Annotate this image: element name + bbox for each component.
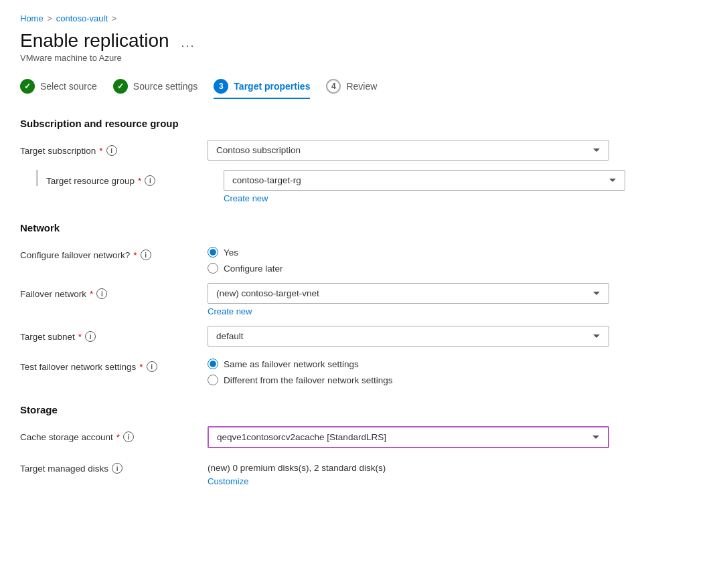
step-icon-review: 4 bbox=[326, 79, 341, 94]
configure-failover-radio-group: Yes Configure later bbox=[208, 244, 609, 274]
cache-storage-row: Cache storage account * i qeqve1contosor… bbox=[20, 426, 701, 448]
target-managed-disks-control: (new) 0 premium disks(s), 2 standard dis… bbox=[208, 458, 609, 486]
cache-storage-info-icon[interactable]: i bbox=[123, 431, 134, 442]
tab-label-target-properties: Target properties bbox=[234, 81, 310, 92]
tab-source-settings[interactable]: ✓ Source settings bbox=[113, 79, 198, 99]
network-section: Network Configure failover network? * i … bbox=[20, 222, 701, 385]
target-subnet-dropdown[interactable]: default bbox=[208, 326, 609, 347]
test-failover-control: Same as failover network settings Differ… bbox=[208, 356, 609, 385]
target-subscription-label: Target subscription * i bbox=[20, 140, 208, 156]
radio-configure-later-input[interactable] bbox=[208, 263, 218, 274]
wizard-tabs: ✓ Select source ✓ Source settings 3 Targ… bbox=[20, 79, 701, 99]
failover-network-control: (new) contoso-target-vnet Create new bbox=[208, 283, 609, 316]
failover-network-dropdown[interactable]: (new) contoso-target-vnet bbox=[208, 283, 609, 304]
required-star-2: * bbox=[138, 176, 141, 186]
subscription-section-title: Subscription and resource group bbox=[20, 118, 701, 129]
page-title: Enable replication bbox=[20, 30, 169, 52]
storage-section: Storage Cache storage account * i qeqve1… bbox=[20, 404, 701, 486]
target-managed-disks-value: (new) 0 premium disks(s), 2 standard dis… bbox=[208, 458, 609, 475]
test-failover-info-icon[interactable]: i bbox=[147, 361, 157, 372]
subscription-section: Subscription and resource group Target s… bbox=[20, 118, 701, 203]
required-star-6: * bbox=[139, 362, 143, 372]
target-resource-group-row: Target resource group * i contoso-target… bbox=[20, 170, 701, 203]
step-icon-target-properties: 3 bbox=[214, 79, 228, 94]
test-failover-label: Test failover network settings * i bbox=[20, 356, 208, 372]
target-subscription-row: Target subscription * i Contoso subscrip… bbox=[20, 140, 701, 161]
tab-review[interactable]: 4 Review bbox=[326, 79, 377, 99]
tab-label-select-source: Select source bbox=[40, 81, 97, 92]
target-subscription-control: Contoso subscription bbox=[208, 140, 609, 161]
target-resource-group-label: Target resource group * i bbox=[36, 170, 224, 186]
required-star-4: * bbox=[90, 289, 93, 299]
radio-configure-later-label: Configure later bbox=[224, 264, 283, 274]
configure-failover-network-label: Configure failover network? * i bbox=[20, 244, 208, 260]
radio-different-from-failover[interactable]: Different from the failover network sett… bbox=[208, 375, 609, 385]
create-failover-network-link[interactable]: Create new bbox=[208, 306, 252, 316]
radio-configure-later[interactable]: Configure later bbox=[208, 263, 609, 274]
target-subnet-info-icon[interactable]: i bbox=[85, 331, 96, 342]
target-resource-group-info-icon[interactable]: i bbox=[145, 175, 155, 186]
radio-same-as-failover[interactable]: Same as failover network settings bbox=[208, 359, 609, 369]
target-subnet-control: default bbox=[208, 326, 609, 347]
target-resource-group-dropdown[interactable]: contoso-target-rg bbox=[224, 170, 625, 191]
configure-failover-info-icon[interactable]: i bbox=[141, 250, 151, 260]
configure-failover-network-row: Configure failover network? * i Yes Conf… bbox=[20, 244, 701, 274]
page-subtitle: VMware machine to Azure bbox=[20, 53, 701, 63]
test-failover-radio-group: Same as failover network settings Differ… bbox=[208, 356, 609, 385]
cache-storage-control: qeqve1contosorcv2acache [StandardLRS] bbox=[208, 426, 609, 448]
target-subnet-label: Target subnet * i bbox=[20, 326, 208, 342]
tab-label-review: Review bbox=[346, 81, 377, 92]
target-subscription-info-icon[interactable]: i bbox=[106, 145, 117, 156]
target-managed-disks-row: Target managed disks i (new) 0 premium d… bbox=[20, 458, 701, 486]
target-managed-disks-info-icon[interactable]: i bbox=[112, 463, 123, 474]
required-star-7: * bbox=[116, 432, 120, 442]
radio-different-from-failover-input[interactable] bbox=[208, 375, 218, 385]
required-star-5: * bbox=[78, 332, 82, 342]
tab-target-properties[interactable]: 3 Target properties bbox=[214, 79, 310, 99]
cache-storage-dropdown[interactable]: qeqve1contosorcv2acache [StandardLRS] bbox=[208, 426, 609, 448]
storage-section-title: Storage bbox=[20, 404, 701, 415]
radio-yes-input[interactable] bbox=[208, 247, 218, 258]
network-section-title: Network bbox=[20, 222, 701, 233]
radio-different-label: Different from the failover network sett… bbox=[224, 375, 393, 385]
required-star: * bbox=[99, 146, 102, 156]
breadcrumb: Home > contoso-vault > bbox=[20, 13, 701, 23]
radio-yes-label: Yes bbox=[224, 248, 238, 258]
customize-link[interactable]: Customize bbox=[208, 476, 248, 486]
test-failover-row: Test failover network settings * i Same … bbox=[20, 356, 701, 385]
breadcrumb-vault[interactable]: contoso-vault bbox=[56, 13, 108, 23]
step-icon-source-settings: ✓ bbox=[113, 79, 128, 94]
tab-select-source[interactable]: ✓ Select source bbox=[20, 79, 97, 99]
breadcrumb-sep-1: > bbox=[48, 14, 52, 23]
target-managed-disks-label: Target managed disks i bbox=[20, 458, 208, 474]
create-resource-group-link[interactable]: Create new bbox=[224, 193, 268, 203]
cache-storage-label: Cache storage account * i bbox=[20, 426, 208, 442]
failover-network-info-icon[interactable]: i bbox=[96, 288, 107, 299]
required-star-3: * bbox=[133, 250, 137, 260]
failover-network-row: Failover network * i (new) contoso-targe… bbox=[20, 283, 701, 316]
radio-yes[interactable]: Yes bbox=[208, 247, 609, 258]
configure-failover-control: Yes Configure later bbox=[208, 244, 609, 274]
ellipsis-menu[interactable]: ... bbox=[181, 36, 195, 50]
target-subscription-dropdown[interactable]: Contoso subscription bbox=[208, 140, 609, 161]
target-resource-group-control: contoso-target-rg Create new bbox=[224, 170, 625, 203]
step-icon-select-source: ✓ bbox=[20, 79, 35, 94]
radio-same-as-failover-input[interactable] bbox=[208, 359, 218, 369]
failover-network-label: Failover network * i bbox=[20, 283, 208, 299]
breadcrumb-home[interactable]: Home bbox=[20, 13, 44, 23]
target-subnet-row: Target subnet * i default bbox=[20, 326, 701, 347]
breadcrumb-sep-2: > bbox=[112, 14, 116, 23]
tab-label-source-settings: Source settings bbox=[133, 81, 198, 92]
radio-same-label: Same as failover network settings bbox=[224, 359, 359, 369]
